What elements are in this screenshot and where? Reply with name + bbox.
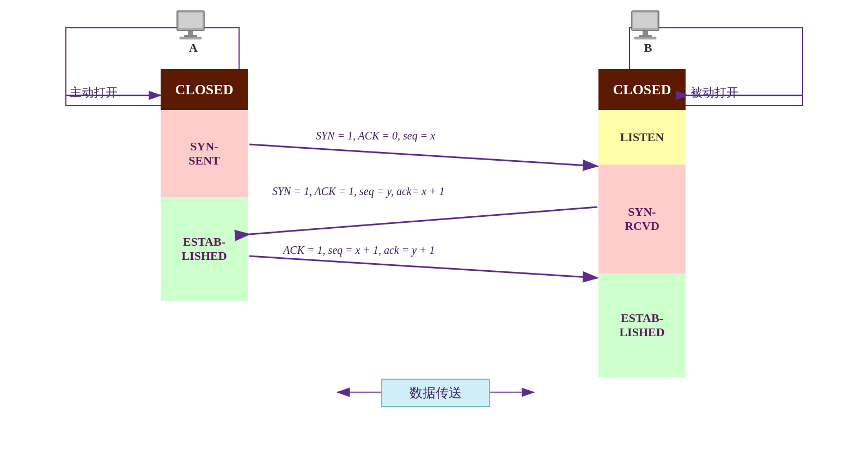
listen-state: LISTEN [598, 110, 686, 165]
computer-a-icon [174, 10, 212, 40]
svg-rect-2 [188, 31, 193, 35]
computer-b: B [629, 10, 667, 55]
closed-state-a: CLOSED [161, 69, 248, 110]
active-open-label: 主动打开 [70, 84, 118, 101]
svg-line-14 [249, 144, 597, 166]
passive-open-label: 被动打开 [690, 84, 738, 101]
svg-rect-7 [643, 31, 648, 35]
svg-rect-1 [179, 13, 203, 28]
computer-a-label: A [189, 41, 198, 55]
diagram: A B CLOSED CLOSED SYN- SENT LISTEN SYN- … [0, 0, 868, 474]
data-transfer-box: 数据传送 [381, 379, 490, 407]
svg-rect-6 [633, 13, 657, 28]
svg-line-16 [249, 256, 597, 278]
syn-rcvd-state: SYN- RCVD [598, 165, 686, 274]
svg-rect-4 [180, 37, 201, 39]
svg-rect-9 [634, 37, 656, 39]
computer-a: A [174, 10, 212, 55]
syn-ack-label: SYN = 1, ACK = 1, seq = y, ack= x + 1 [272, 185, 445, 198]
computer-b-icon [629, 10, 667, 40]
syn-sent-state: SYN- SENT [161, 110, 248, 197]
estab-state-a: ESTAB- LISHED [161, 197, 248, 301]
syn-label: SYN = 1, ACK = 0, seq = x [316, 130, 435, 142]
ack-label: ACK = 1, seq = x + 1, ack = y + 1 [283, 244, 435, 257]
svg-line-15 [249, 207, 597, 234]
computer-b-label: B [644, 41, 652, 55]
closed-state-b: CLOSED [598, 69, 686, 110]
estab-state-b: ESTAB- LISHED [598, 274, 686, 377]
